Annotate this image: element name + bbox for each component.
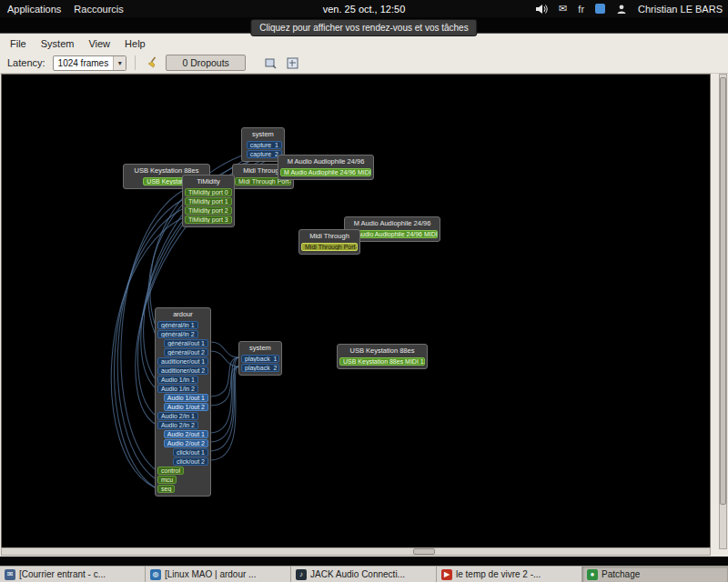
- latency-combobox[interactable]: 1024 frames ▾: [53, 55, 127, 71]
- port[interactable]: général/in 1: [157, 321, 198, 329]
- port[interactable]: mcu: [157, 476, 177, 484]
- patchage-window: FileSystemViewHelp Latency: 1024 frames …: [0, 33, 728, 557]
- latency-label: Latency:: [7, 57, 46, 68]
- node-system-playback[interactable]: systemplayback_1playback_2: [238, 341, 282, 376]
- volume-icon[interactable]: [535, 4, 548, 15]
- latency-value: 1024 frames: [54, 58, 114, 68]
- cable: [211, 342, 238, 357]
- port[interactable]: TiMidity port 1: [185, 197, 232, 206]
- mail-icon: ✉: [5, 569, 15, 580]
- node-title[interactable]: M Audio Audiophile 24/96: [280, 157, 371, 167]
- port[interactable]: capture_1: [247, 141, 282, 149]
- taskbar-item[interactable]: ▶le temp de vivre 2 -...: [437, 567, 582, 582]
- taskbar-item[interactable]: ✉[Courrier entrant - c...: [0, 567, 146, 582]
- media-player-icon: ▶: [441, 569, 452, 580]
- node-title[interactable]: TiMidity: [185, 177, 232, 187]
- mail-indicator-icon[interactable]: ✉: [559, 3, 567, 15]
- node-timidity[interactable]: TiMidityTiMidity port 0TiMidity port 1Ti…: [182, 175, 235, 227]
- clock-tooltip: Cliquez pour afficher vos rendez-vous et…: [250, 19, 477, 36]
- port[interactable]: Audio 1/out 1: [164, 394, 208, 402]
- clear-dropouts-broom-icon[interactable]: [144, 55, 160, 71]
- taskbar-item-label: [Linux MAO | ardour ...: [165, 569, 256, 579]
- menubar: FileSystemViewHelp: [0, 34, 728, 53]
- taskbar-item-label: Patchage: [602, 569, 640, 579]
- vertical-scrollbar-thumb[interactable]: [720, 77, 726, 505]
- port[interactable]: Audio 2/out 2: [164, 439, 208, 447]
- port[interactable]: USB Keystation 88es MIDI 1: [339, 357, 425, 366]
- clock-applet[interactable]: ven. 25 oct., 12:50: [323, 4, 406, 15]
- port[interactable]: général/in 2: [157, 330, 198, 338]
- port[interactable]: click/out 2: [173, 457, 208, 466]
- menu-help[interactable]: Help: [118, 36, 152, 51]
- port[interactable]: M Audio Audiophile 24/96 MIDI: [347, 230, 438, 238]
- port[interactable]: Audio 1/in 1: [157, 376, 198, 384]
- taskbar-item[interactable]: ●Patchage: [582, 567, 728, 582]
- node-title[interactable]: ardour: [157, 310, 208, 320]
- taskbar-item-label: JACK Audio Connecti...: [310, 569, 405, 579]
- jack-icon: ♪: [296, 569, 307, 580]
- patchbay-canvas[interactable]: systemcapture_1capture_2USB Keystation 8…: [1, 74, 711, 549]
- node-midi-through-2[interactable]: Midi ThroughMidi Through Port-0: [298, 229, 360, 255]
- port[interactable]: TiMidity port 0: [185, 188, 232, 196]
- user-icon: [616, 4, 627, 15]
- port[interactable]: auditioner/out 1: [157, 357, 208, 366]
- patchage-icon: ●: [587, 569, 598, 580]
- port[interactable]: playback_1: [241, 355, 279, 363]
- port[interactable]: TiMidity port 3: [185, 216, 232, 224]
- port[interactable]: seq: [157, 485, 175, 493]
- port[interactable]: M Audio Audiophile 24/96 MIDI: [280, 168, 371, 176]
- keyboard-layout-indicator[interactable]: fr: [578, 4, 584, 15]
- cable-layer: [2, 75, 711, 548]
- toolbar: Latency: 1024 frames ▾ 0 Dropouts: [0, 53, 728, 74]
- node-title[interactable]: system: [241, 344, 279, 354]
- panel-menu-applications[interactable]: Applications: [7, 4, 61, 15]
- cable: [211, 357, 238, 451]
- dropouts-button[interactable]: 0 Dropouts: [166, 55, 246, 71]
- panel-right: ✉ fr Christian LE BARS: [535, 0, 723, 17]
- port[interactable]: click/out 1: [173, 448, 208, 457]
- toolbar-separator: [135, 55, 136, 70]
- user-menu[interactable]: Christian LE BARS: [638, 4, 723, 15]
- node-title[interactable]: M Audio Audiophile 24/96: [347, 219, 438, 229]
- taskbar-item-label: le temp de vivre 2 -...: [456, 569, 541, 579]
- taskbar-item[interactable]: ♪JACK Audio Connecti...: [291, 567, 437, 582]
- menu-view[interactable]: View: [82, 36, 116, 51]
- port[interactable]: général/out 1: [164, 339, 208, 347]
- node-title[interactable]: system: [244, 130, 282, 140]
- port[interactable]: control: [157, 467, 184, 475]
- node-usb-keystation-in[interactable]: USB Keystation 88esUSB Keystation 88es M…: [337, 344, 428, 369]
- panel-menu-raccourcis[interactable]: Raccourcis: [74, 4, 123, 15]
- port[interactable]: général/out 2: [164, 348, 208, 356]
- node-title[interactable]: USB Keystation 88es: [339, 346, 425, 356]
- taskbar-item-label: [Courrier entrant - c...: [19, 569, 106, 579]
- taskbar-item[interactable]: ◍[Linux MAO | ardour ...: [146, 567, 291, 582]
- vertical-scrollbar[interactable]: [719, 74, 727, 549]
- taskbar: ✉[Courrier entrant - c...◍[Linux MAO | a…: [0, 566, 728, 582]
- port[interactable]: Audio 1/out 2: [164, 403, 208, 411]
- port[interactable]: Audio 2/in 1: [157, 412, 198, 420]
- chevron-down-icon[interactable]: ▾: [113, 56, 126, 70]
- port[interactable]: Audio 2/in 2: [157, 421, 198, 429]
- port[interactable]: Audio 2/out 1: [164, 430, 208, 438]
- panel-menus: ApplicationsRaccourcis: [0, 4, 124, 15]
- node-ardour[interactable]: ardourgénéral/in 1général/in 2général/ou…: [155, 307, 211, 497]
- menu-file[interactable]: File: [4, 36, 33, 51]
- node-title[interactable]: Midi Through: [301, 232, 358, 242]
- node-m-audio-audiophile-1[interactable]: M Audio Audiophile 24/96M Audio Audiophi…: [278, 155, 374, 180]
- zoom-normal-icon[interactable]: [262, 55, 278, 71]
- zoom-full-icon[interactable]: [284, 55, 300, 71]
- port[interactable]: TiMidity port 2: [185, 206, 232, 215]
- port[interactable]: Midi Through Port-0: [301, 243, 358, 251]
- chat-status-icon[interactable]: [595, 4, 605, 14]
- port[interactable]: auditioner/out 2: [157, 366, 208, 375]
- horizontal-scrollbar-thumb[interactable]: [413, 548, 435, 555]
- port[interactable]: Audio 1/in 2: [157, 385, 198, 393]
- port[interactable]: playback_2: [241, 364, 279, 372]
- top-panel: ApplicationsRaccourcis ven. 25 oct., 12:…: [0, 0, 728, 17]
- horizontal-scrollbar[interactable]: [1, 547, 711, 556]
- globe-icon: ◍: [150, 569, 161, 580]
- menu-system[interactable]: System: [35, 36, 81, 51]
